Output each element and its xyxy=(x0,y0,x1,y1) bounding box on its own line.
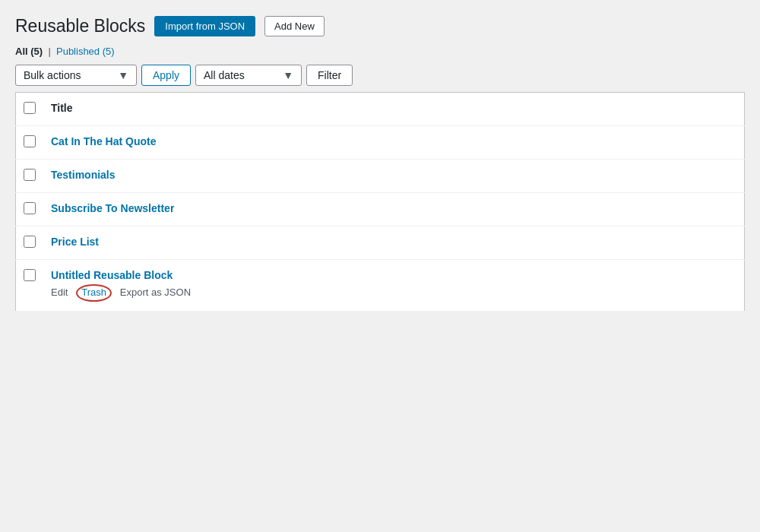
apply-button[interactable]: Apply xyxy=(141,65,191,86)
table-header-row: Title xyxy=(16,92,745,125)
row-checkbox[interactable] xyxy=(24,135,36,147)
table-row: Untitled Reusable Block Edit Trash Expor… xyxy=(16,259,745,311)
row-checkbox-cell xyxy=(16,226,44,259)
row-title-cell: Subscribe To Newsletter Edit | Trash | E… xyxy=(43,192,745,226)
title-column-header: Title xyxy=(51,102,73,114)
row-title-cell-last: Untitled Reusable Block Edit Trash Expor… xyxy=(43,259,745,311)
table-row: Subscribe To Newsletter Edit | Trash | E… xyxy=(16,192,745,226)
table-row: Testimonials Edit | Trash | Export as JS… xyxy=(16,159,745,192)
import-from-json-button[interactable]: Import from JSON xyxy=(154,16,255,36)
filter-button[interactable]: Filter xyxy=(306,65,353,86)
dates-chevron-icon: ▼ xyxy=(283,69,293,81)
page-title: Reusable Blocks xyxy=(15,15,145,38)
all-filter-link[interactable]: All (5) xyxy=(15,46,46,57)
tablenav-top: Bulk actions ▼ Apply All dates ▼ Filter xyxy=(15,65,745,86)
row-checkbox-cell xyxy=(16,259,44,311)
table-row: Cat In The Hat Quote Edit | Trash | Expo… xyxy=(16,125,745,159)
all-dates-label: All dates xyxy=(204,69,245,81)
select-all-checkbox[interactable] xyxy=(24,102,36,114)
block-title-link[interactable]: Cat In The Hat Quote xyxy=(51,135,156,147)
block-title-link-last[interactable]: Untitled Reusable Block xyxy=(51,269,173,281)
published-filter-link[interactable]: Published (5) xyxy=(56,46,115,57)
row-checkbox[interactable] xyxy=(24,269,36,281)
bulk-actions-label: Bulk actions xyxy=(24,69,81,81)
row-title-cell: Testimonials Edit | Trash | Export as JS… xyxy=(43,159,745,192)
row-actions-last: Edit Trash Export as JSON xyxy=(51,284,736,302)
header-title-cell: Title xyxy=(43,92,745,125)
row-title-cell: Cat In The Hat Quote Edit | Trash | Expo… xyxy=(43,125,745,159)
header-checkbox-cell xyxy=(16,92,44,125)
row-checkbox[interactable] xyxy=(24,202,36,214)
block-title-link[interactable]: Price List xyxy=(51,236,99,248)
row-checkbox[interactable] xyxy=(24,236,36,248)
page-wrapper: Reusable Blocks Import from JSON Add New… xyxy=(0,0,760,532)
row-checkbox-cell xyxy=(16,125,44,159)
row-checkbox[interactable] xyxy=(24,169,36,181)
table-row: Price List Edit | Trash | Export as JSON xyxy=(16,226,745,259)
row-checkbox-cell xyxy=(16,159,44,192)
block-title-link[interactable]: Testimonials xyxy=(51,169,116,181)
block-title-link[interactable]: Subscribe To Newsletter xyxy=(51,202,174,214)
row-checkbox-cell xyxy=(16,192,44,226)
bulk-actions-chevron-icon: ▼ xyxy=(118,69,128,81)
row-title-cell: Price List Edit | Trash | Export as JSON xyxy=(43,226,745,259)
bulk-actions-dropdown[interactable]: Bulk actions ▼ xyxy=(15,65,137,86)
trash-circled-link[interactable]: Trash xyxy=(76,284,112,302)
add-new-button[interactable]: Add New xyxy=(264,16,325,36)
export-link-last[interactable]: Export as JSON xyxy=(120,287,191,298)
edit-link-last[interactable]: Edit xyxy=(51,287,68,298)
page-title-area: Reusable Blocks Import from JSON Add New xyxy=(15,15,745,38)
blocks-table: Title Cat In The Hat Quote Edit | Trash … xyxy=(15,92,745,312)
dates-dropdown[interactable]: All dates ▼ xyxy=(195,65,302,86)
filter-links: All (5) | Published (5) xyxy=(15,46,745,57)
